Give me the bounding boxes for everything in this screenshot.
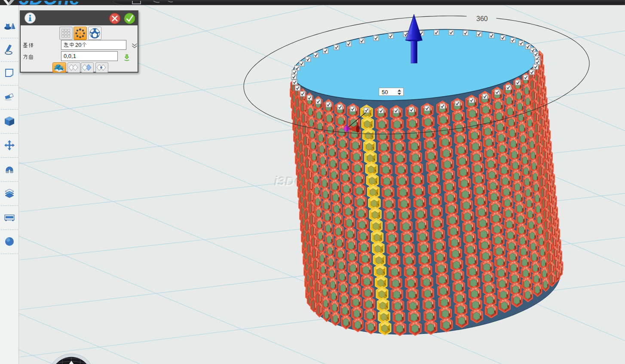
svg-text:3DOne: 3DOne [19, 1, 80, 5]
svg-text:360: 360 [476, 15, 488, 22]
